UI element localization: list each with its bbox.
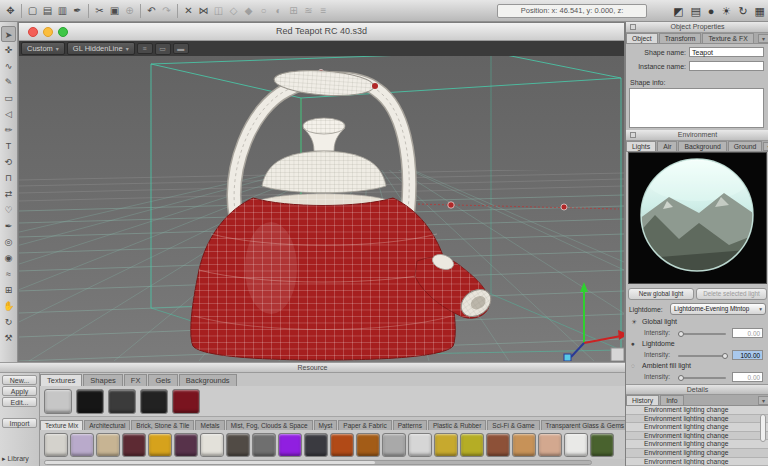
tab-texture-fx[interactable]: Texture & FX — [702, 33, 753, 43]
edit-button[interactable]: Edit... — [2, 397, 37, 407]
rotate-tool-icon[interactable]: ⟲ — [1, 154, 16, 170]
category-tab[interactable]: Texture Mix — [40, 420, 83, 430]
texture-swatch[interactable] — [70, 433, 94, 457]
texture-swatch[interactable] — [76, 389, 104, 414]
category-tab[interactable]: Architectural — [84, 420, 130, 430]
tab-background[interactable]: Background — [678, 141, 726, 151]
slider-knob[interactable] — [678, 331, 684, 337]
lightdome-dropdown[interactable]: Lightdome-Evening Mtntop ▾ — [670, 303, 766, 315]
texture-swatch[interactable] — [148, 433, 172, 457]
tab-fx[interactable]: FX — [124, 374, 148, 386]
view-layout-icon[interactable]: ≡ — [137, 43, 153, 54]
history-entry[interactable]: Environment lighting change — [626, 440, 768, 449]
category-tab[interactable]: Sci-Fi & Game — [487, 420, 539, 430]
history-entry[interactable]: Environment lighting change — [626, 423, 768, 432]
tab-info[interactable]: Info — [660, 395, 683, 405]
boolean-icon[interactable]: ◇ — [226, 1, 241, 21]
ink-tool-icon[interactable]: ✒ — [1, 218, 16, 234]
panel-collapse-widget[interactable] — [630, 24, 636, 30]
tab-backgrounds[interactable]: Backgrounds — [179, 374, 237, 386]
copy-icon[interactable]: ▣ — [107, 1, 122, 21]
new-global-light-button[interactable]: New global light — [628, 288, 694, 300]
view-preset-dropdown[interactable]: Custom▾ — [21, 42, 65, 55]
intensity-slider[interactable] — [678, 355, 726, 357]
tab-shapes[interactable]: Shapes — [83, 374, 122, 386]
texture-swatch[interactable] — [252, 433, 276, 457]
mirror-icon[interactable]: ⋈ — [196, 1, 211, 21]
refresh-icon[interactable]: ↻ — [738, 5, 747, 18]
texture-swatch[interactable] — [434, 433, 458, 457]
quad-view-icon[interactable]: ▬ — [173, 43, 189, 54]
history-entry[interactable]: Environment lighting change — [626, 406, 768, 415]
category-tab[interactable]: Transparent Glass & Gems — [541, 420, 625, 430]
texture-swatch[interactable] — [96, 433, 120, 457]
texture-swatch[interactable] — [512, 433, 536, 457]
bend-icon[interactable]: ≋ — [301, 1, 316, 21]
texture-swatch[interactable] — [330, 433, 354, 457]
resize-corner[interactable] — [611, 348, 624, 361]
intensity-value[interactable]: 0.00 — [732, 372, 763, 382]
tab-menu-icon[interactable]: ▾ — [758, 396, 768, 405]
texture-swatch[interactable] — [278, 433, 302, 457]
deform-tool-icon[interactable]: ♡ — [1, 202, 16, 218]
tab-ground[interactable]: Ground — [728, 141, 763, 151]
texture-swatch[interactable] — [174, 433, 198, 457]
texture-swatch[interactable] — [122, 433, 146, 457]
lattice-icon[interactable]: ⊞ — [286, 1, 301, 21]
light-tool-icon[interactable]: ◎ — [1, 234, 16, 250]
tab-menu-icon[interactable]: ▾ — [758, 34, 768, 43]
category-tab[interactable]: Paper & Fabric — [338, 420, 391, 430]
texture-swatch[interactable] — [460, 433, 484, 457]
front-view-icon[interactable]: ◩ — [673, 5, 683, 18]
texture-swatch[interactable] — [172, 389, 200, 414]
cut-icon[interactable]: ✂ — [92, 1, 107, 21]
texture-swatch[interactable] — [200, 433, 224, 457]
align-icon[interactable]: ◫ — [211, 1, 226, 21]
details-bar[interactable]: Details — [626, 384, 768, 395]
single-view-icon[interactable]: ▭ — [155, 43, 171, 55]
history-entry[interactable]: Environment lighting change — [626, 449, 768, 458]
light-row-global[interactable]: ☀ Global light Intensity: 0.00 — [628, 318, 767, 340]
camera-tool-icon[interactable]: ◉ — [1, 250, 16, 266]
lasso-tool-icon[interactable]: ✜ — [1, 42, 16, 58]
texture-swatch[interactable] — [108, 389, 136, 414]
history-entry[interactable]: Environment lighting change — [626, 458, 768, 466]
new-resource-button[interactable]: New... — [2, 375, 37, 385]
render-window-icon[interactable]: ▦ — [755, 5, 765, 18]
window-titlebar[interactable]: Red Teapot RC 40.s3d — [19, 23, 624, 41]
material-ball-icon[interactable]: ● — [708, 5, 715, 17]
apply-button[interactable]: Apply — [2, 386, 37, 396]
render-mode-dropdown[interactable]: GL HiddenLine▾ — [67, 42, 135, 55]
tab-textures[interactable]: Textures — [40, 374, 82, 386]
intensity-slider[interactable] — [678, 333, 726, 335]
slider-knob[interactable] — [722, 353, 728, 359]
delete-icon[interactable]: ✕ — [181, 1, 196, 21]
3d-viewport[interactable] — [19, 56, 624, 361]
texture-swatch[interactable] — [44, 433, 68, 457]
tab-menu-icon[interactable]: ▾ — [763, 142, 768, 151]
resource-palette-title[interactable]: Resource — [0, 362, 625, 373]
subdivide-icon[interactable]: ◆ — [241, 1, 256, 21]
category-tab[interactable]: Patterns — [393, 420, 427, 430]
wrench-tool-icon[interactable]: ⚒ — [1, 330, 16, 346]
delete-selected-light-button[interactable]: Delete selected light — [696, 288, 767, 300]
object-properties-header[interactable]: Object Properties — [626, 22, 768, 33]
texture-swatch[interactable] — [140, 389, 168, 414]
group-icon[interactable]: ⊕ — [122, 1, 137, 21]
shape-name-field[interactable]: Teapot — [689, 47, 764, 57]
eraser-tool-icon[interactable]: ◁ — [1, 106, 16, 122]
pan-tool-icon[interactable]: ✋ — [1, 298, 16, 314]
import-button[interactable]: Import — [2, 418, 37, 428]
texture-swatch[interactable] — [356, 433, 380, 457]
tab-gels[interactable]: Gels — [148, 374, 177, 386]
intensity-slider[interactable] — [678, 377, 726, 379]
scale-tool-icon[interactable]: ⊓ — [1, 170, 16, 186]
environment-header[interactable]: Environment — [626, 130, 768, 141]
tab-object[interactable]: Object — [626, 33, 658, 43]
texture-swatch[interactable] — [44, 389, 72, 414]
brush-icon[interactable]: ✒ — [70, 1, 85, 21]
rect-tool-icon[interactable]: ▭ — [1, 90, 16, 106]
orbit-tool-icon[interactable]: ↻ — [1, 314, 16, 330]
texture-swatch[interactable] — [538, 433, 562, 457]
light-row-lightdome[interactable]: ● Lightdome Intensity: 100.00 — [628, 340, 767, 362]
